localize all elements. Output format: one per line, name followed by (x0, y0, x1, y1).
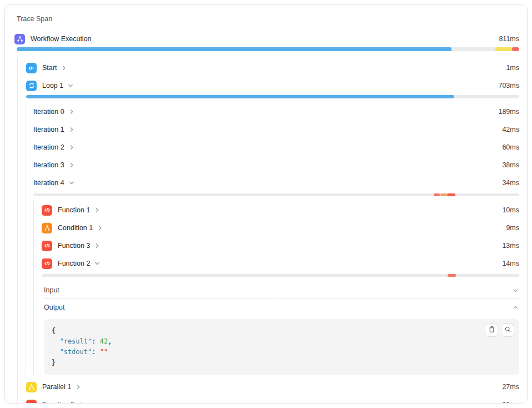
span-label: Start (42, 64, 57, 72)
span-duration: 34ms (502, 179, 519, 187)
code-token: { (52, 327, 56, 335)
span-duration: 14ms (502, 260, 519, 267)
span-duration: 38ms (502, 161, 519, 169)
search-icon (504, 326, 511, 335)
code-actions (485, 324, 514, 337)
chevron-down-icon[interactable] (67, 82, 74, 89)
code-line: "result": 42, (52, 336, 511, 347)
span-duration: 10ms (502, 206, 519, 214)
span-label: Iteration 1 (33, 126, 64, 133)
span-row-function-3[interactable]: Function 3 13ms (42, 237, 519, 255)
code-token: "stdout" (59, 348, 92, 356)
span-duration: 13ms (502, 242, 519, 250)
function-step-icon (42, 205, 52, 216)
span-row-function-5[interactable]: Function 5 10ms (26, 396, 519, 404)
span-row-iteration-4[interactable]: Iteration 4 34ms (33, 174, 519, 192)
span-row-parallel-1[interactable]: Parallel 1 27ms (26, 378, 519, 396)
chevron-right-icon[interactable] (68, 144, 75, 151)
chevron-down-icon[interactable] (68, 180, 75, 186)
code-token: : (92, 337, 99, 345)
search-button[interactable] (501, 324, 514, 337)
span-duration: 1ms (506, 64, 519, 72)
span-row-function-1[interactable]: Function 1 10ms (42, 201, 519, 219)
code-token: } (52, 359, 56, 366)
span-label: Workflow Execution (31, 35, 92, 43)
span-duration: 703ms (498, 82, 519, 89)
copy-button[interactable] (485, 324, 498, 337)
parallel-step-icon (26, 382, 37, 392)
span-label: Iteration 0 (33, 108, 64, 116)
chevron-up-icon[interactable] (512, 304, 519, 311)
span-label: Function 2 (58, 260, 90, 267)
output-section-header[interactable]: Output (44, 299, 519, 316)
function-2-detail-panel: Input Output (44, 282, 519, 375)
loop-iterations-group: Iteration 0 189ms Iteration 1 42ms Itera… (26, 103, 519, 375)
start-step-icon (26, 63, 37, 73)
trace-span-panel: Trace Span Workflow Execution 811ms Star… (4, 4, 528, 404)
span-label: Function 1 (58, 206, 90, 214)
function-step-icon (42, 258, 52, 269)
code-token: "" (100, 348, 108, 356)
chevron-right-icon[interactable] (68, 108, 75, 115)
loop-step-icon (26, 81, 37, 91)
span-duration: 27ms (502, 383, 519, 391)
span-row-condition-1[interactable]: Condition 1 9ms (42, 219, 519, 237)
chevron-down-icon[interactable] (94, 260, 101, 267)
span-label: Condition 1 (58, 224, 93, 232)
loop-timeline-bar (26, 95, 519, 98)
chevron-right-icon[interactable] (94, 207, 101, 213)
chevron-right-icon[interactable] (61, 64, 67, 71)
output-json-viewer: { "result": 42, "stdout": "" } (44, 319, 519, 375)
code-token: "result" (59, 337, 92, 345)
iteration-4-children-group: Function 1 10ms Condition 1 (33, 201, 519, 375)
span-row-function-2[interactable]: Function 2 14ms (42, 255, 519, 272)
code-token: 42 (100, 337, 108, 345)
chevron-right-icon[interactable] (68, 126, 75, 133)
iteration-4-timeline-bar (33, 193, 519, 196)
input-label: Input (44, 286, 59, 294)
span-duration: 10ms (502, 401, 519, 404)
input-section-header[interactable]: Input (44, 282, 519, 298)
code-line: { (52, 326, 511, 336)
code-line: } (52, 357, 511, 368)
code-line: "stdout": "" (52, 347, 511, 357)
span-label: Function 5 (42, 401, 74, 404)
span-row-loop-1[interactable]: Loop 1 703ms (26, 77, 519, 94)
chevron-right-icon[interactable] (97, 225, 103, 231)
span-row-iteration-1[interactable]: Iteration 1 42ms (33, 121, 519, 138)
code-token: , (108, 337, 112, 345)
code-token: : (92, 348, 99, 356)
workflow-icon (14, 34, 25, 44)
workflow-children-group: Start 1ms Loop 1 703ms Iterat (17, 58, 519, 404)
span-row-start[interactable]: Start 1ms (26, 59, 519, 77)
span-label: Function 3 (58, 242, 90, 250)
workflow-timeline-bar (17, 47, 519, 51)
span-duration: 42ms (502, 126, 519, 133)
span-row-iteration-0[interactable]: Iteration 0 189ms (33, 103, 519, 121)
chevron-right-icon[interactable] (68, 162, 75, 168)
span-row-workflow-execution[interactable]: Workflow Execution 811ms (14, 32, 519, 46)
panel-title: Trace Span (17, 15, 519, 23)
function-2-timeline-bar (42, 274, 519, 277)
span-row-iteration-3[interactable]: Iteration 3 38ms (33, 156, 519, 174)
condition-step-icon (42, 223, 52, 233)
clipboard-icon (488, 326, 495, 335)
span-duration: 9ms (506, 224, 519, 232)
span-label: Parallel 1 (42, 383, 71, 391)
span-row-iteration-2[interactable]: Iteration 2 60ms (33, 138, 519, 156)
span-label: Iteration 4 (33, 179, 64, 187)
function-step-icon (26, 400, 37, 404)
output-label: Output (44, 303, 65, 311)
span-label: Iteration 3 (33, 161, 64, 169)
chevron-down-icon[interactable] (512, 287, 519, 294)
span-duration: 60ms (502, 143, 519, 151)
chevron-right-icon[interactable] (75, 384, 82, 390)
chevron-right-icon[interactable] (94, 242, 101, 249)
span-label: Loop 1 (42, 82, 63, 89)
function-step-icon (42, 241, 52, 251)
chevron-right-icon[interactable] (78, 401, 85, 404)
span-duration: 811ms (499, 35, 519, 43)
span-label: Iteration 2 (33, 143, 64, 151)
span-duration: 189ms (498, 108, 519, 116)
